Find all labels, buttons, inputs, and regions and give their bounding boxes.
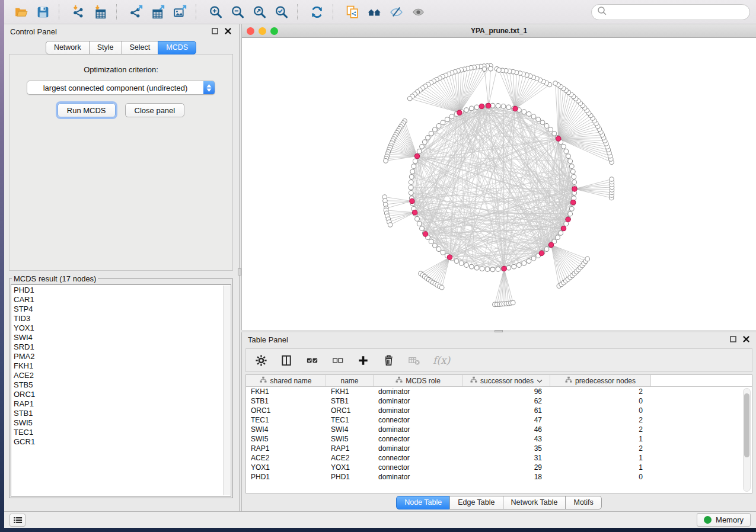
zoom-selected-icon[interactable] — [270, 2, 292, 21]
close-panel-button[interactable]: Close panel — [125, 103, 185, 117]
mcds-result-title: MCDS result (17 nodes) — [12, 274, 98, 283]
float-panel-icon[interactable] — [211, 27, 219, 37]
export-network-icon[interactable] — [125, 2, 147, 21]
list-item[interactable]: YOX1 — [14, 323, 222, 333]
mcds-result-list[interactable]: PHD1CAR1STP4TID3YOX1SWI4SRD1PMA2FKH1ACE2… — [11, 284, 231, 496]
list-item[interactable]: STP4 — [14, 305, 222, 314]
table-row[interactable]: YOX1YOX1connector291 — [246, 463, 752, 472]
sort-desc-icon — [537, 377, 543, 385]
import-table-icon[interactable] — [90, 2, 111, 21]
table-tabs: Node TableEdge TableNetwork TableMotifs — [242, 493, 756, 511]
delete-columns-icon[interactable] — [382, 354, 395, 367]
network-canvas[interactable] — [242, 38, 756, 330]
tab-edge-table[interactable]: Edge Table — [449, 496, 503, 509]
first-neighbors-icon[interactable] — [363, 2, 385, 21]
zoom-in-icon[interactable] — [205, 2, 227, 21]
column-header-shared-name[interactable]: shared name — [246, 375, 326, 386]
table-row[interactable]: RAP1RAP1dominator352 — [246, 444, 752, 453]
hide-selected-icon[interactable] — [385, 2, 407, 21]
list-item[interactable]: CAR1 — [14, 295, 222, 305]
tab-node-table[interactable]: Node Table — [396, 496, 450, 509]
list-item[interactable]: SWI4 — [14, 333, 222, 342]
run-mcds-button[interactable]: Run MCDS — [58, 103, 116, 117]
table-row[interactable]: TEC1TEC1connector472 — [246, 415, 752, 425]
attribute-tree-icon — [470, 376, 477, 385]
refresh-icon[interactable] — [306, 2, 328, 21]
minimize-window-icon[interactable] — [259, 27, 266, 35]
close-panel-icon[interactable] — [742, 335, 750, 345]
zoom-out-icon[interactable] — [227, 2, 248, 21]
unselect-all-checkboxes-icon[interactable] — [331, 354, 344, 367]
table-panel-title: Table Panel — [248, 335, 288, 344]
list-item[interactable]: PHD1 — [14, 286, 222, 295]
list-item[interactable]: STB5 — [14, 380, 222, 390]
table-row[interactable]: SWI5SWI5connector431 — [246, 434, 752, 444]
tab-select[interactable]: Select — [122, 41, 159, 55]
tab-style[interactable]: Style — [89, 41, 122, 55]
list-item[interactable]: ORC1 — [14, 390, 222, 399]
tab-mcds[interactable]: MCDS — [158, 41, 196, 55]
network-window-titlebar[interactable]: YPA_prune.txt_1 — [242, 24, 756, 38]
list-item[interactable]: SRD1 — [14, 342, 222, 352]
table-row[interactable]: ACE2ACE2connector311 — [246, 453, 752, 463]
search-input[interactable] — [610, 7, 745, 17]
attribute-tree-icon — [395, 376, 403, 385]
clone-network-icon[interactable] — [342, 2, 363, 21]
show-all-icon[interactable] — [407, 2, 429, 21]
network-graph[interactable] — [242, 38, 756, 330]
close-panel-icon[interactable] — [224, 27, 232, 37]
close-window-icon[interactable] — [247, 27, 254, 35]
toolbar-separator — [59, 4, 63, 20]
list-item[interactable]: GCR1 — [14, 437, 222, 447]
memory-button[interactable]: Memory — [697, 513, 751, 527]
table-row[interactable]: ORC1ORC1dominator610 — [246, 406, 752, 415]
list-item[interactable]: SWI5 — [14, 418, 222, 428]
splitter-grip[interactable] — [495, 330, 503, 332]
tab-motifs[interactable]: Motifs — [565, 496, 601, 509]
vertical-splitter[interactable] — [238, 24, 241, 511]
open-file-icon[interactable] — [10, 2, 32, 21]
table-row[interactable]: PHD1PHD1dominator180 — [246, 472, 752, 482]
list-item[interactable]: TID3 — [14, 314, 222, 323]
maximize-window-icon[interactable] — [270, 27, 278, 35]
select-all-checkboxes-icon[interactable] — [305, 354, 319, 367]
create-column-icon[interactable] — [356, 354, 370, 367]
list-item[interactable]: RAP1 — [14, 399, 222, 409]
float-panel-icon[interactable] — [729, 335, 737, 345]
toolbar-separator — [196, 4, 200, 20]
task-history-button[interactable] — [9, 514, 25, 527]
table-panel-titlebar: Table Panel — [242, 332, 756, 347]
list-item[interactable]: ACE2 — [14, 371, 222, 380]
column-settings-icon[interactable] — [254, 354, 268, 367]
result-list-scrollbar[interactable] — [223, 286, 230, 495]
desktop: Control Panel NetworkStyleSelectMCDS Opt… — [0, 0, 756, 532]
node-table[interactable]: shared namenameMCDS rolesuccessor nodesp… — [245, 374, 752, 493]
horizontal-splitter[interactable] — [241, 330, 756, 332]
list-item[interactable]: FKH1 — [14, 361, 222, 371]
optimization-criterion-select[interactable]: largest connected component (undirected) — [27, 81, 215, 95]
table-scrollbar[interactable] — [743, 388, 751, 492]
export-image-icon[interactable] — [169, 2, 191, 21]
scrollbar-thumb[interactable] — [744, 393, 749, 457]
table-row[interactable]: STB1STB1dominator620 — [246, 396, 752, 406]
panel-layout-icon[interactable] — [280, 354, 294, 367]
function-builder-icon: f(x) — [433, 354, 450, 366]
tab-network-table[interactable]: Network Table — [503, 496, 566, 509]
column-header-name[interactable]: name — [326, 375, 374, 386]
list-item[interactable]: TEC1 — [14, 428, 222, 437]
tab-network[interactable]: Network — [46, 41, 90, 55]
column-header-successor-nodes[interactable]: successor nodes — [463, 375, 550, 386]
column-header-predecessor-nodes[interactable]: predecessor nodes — [550, 375, 651, 386]
export-table-icon[interactable] — [147, 2, 169, 21]
column-header-MCDS-role[interactable]: MCDS role — [374, 375, 463, 386]
list-item[interactable]: STB1 — [14, 409, 222, 418]
list-item[interactable]: PMA2 — [14, 352, 222, 361]
table-row[interactable]: SWI4SWI4dominator462 — [246, 425, 752, 434]
table-row[interactable]: FKH1FKH1dominator962 — [246, 387, 752, 396]
optimization-criterion-label: Optimization criterion: — [9, 65, 232, 74]
splitter-grip[interactable] — [238, 268, 241, 275]
search-box[interactable] — [591, 4, 750, 20]
zoom-fit-icon[interactable] — [248, 2, 270, 21]
import-network-icon[interactable] — [68, 2, 90, 21]
save-session-icon[interactable] — [32, 2, 54, 21]
